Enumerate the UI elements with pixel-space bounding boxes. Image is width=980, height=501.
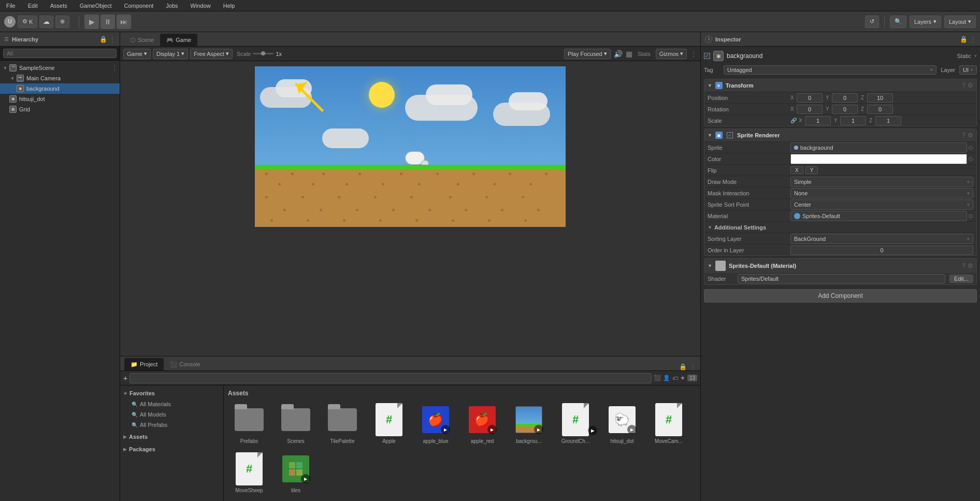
flip-y-button[interactable]: Y (805, 166, 818, 174)
add-button[interactable]: + (123, 374, 127, 382)
rotation-z-input[interactable] (867, 105, 893, 114)
menu-gameobject[interactable]: GameObject (78, 2, 114, 10)
layers-dropdown[interactable]: Layers ▾ (910, 16, 941, 28)
inspector-lock-icon[interactable]: 🔒 (960, 36, 968, 43)
asset-tiles[interactable]: ▶ tiles (275, 450, 317, 495)
cloud-button[interactable]: ☁ (39, 16, 53, 28)
menu-component[interactable]: Component (122, 2, 155, 10)
assets-header[interactable]: ▶ Assets (120, 431, 223, 442)
additional-settings-header[interactable]: ▼ Additional Settings (704, 221, 976, 233)
menu-assets[interactable]: Assets (48, 2, 69, 10)
favorites-child-materials[interactable]: 🔍 All Materials (120, 399, 223, 409)
sprite-renderer-help-icon[interactable]: ? (962, 132, 965, 139)
sprite-pick-icon[interactable]: ⊙ (968, 144, 973, 151)
sprite-renderer-enabled[interactable] (727, 132, 733, 138)
scale-x-input[interactable] (805, 116, 831, 125)
shader-edit-button[interactable]: Edit... (949, 275, 973, 283)
asset-apple[interactable]: # Apple (368, 401, 410, 446)
game-display-num-dropdown[interactable]: Display 1 ▾ (153, 49, 188, 59)
asset-tilepalette[interactable]: TilePalette (321, 401, 364, 446)
transform-settings-icon[interactable]: ⚙ (968, 82, 973, 89)
step-button[interactable]: ⏭ (117, 15, 131, 29)
scale-z-input[interactable] (875, 116, 901, 125)
mask-interaction-dropdown[interactable]: None ▾ (790, 188, 973, 198)
account-button[interactable]: ⚙ K (18, 16, 37, 28)
static-dropdown-arrow[interactable]: ▾ (974, 53, 977, 59)
hierarchy-menu-icon[interactable]: ⋮ (109, 36, 116, 43)
material-settings-icon[interactable]: ⚙ (968, 262, 973, 269)
bottom-lock-icon[interactable]: 🔒 (679, 363, 687, 370)
position-z-input[interactable] (867, 93, 893, 103)
color-pick-icon[interactable]: ⊙ (968, 155, 973, 163)
game-aspect-dropdown[interactable]: Free Aspect ▾ (190, 49, 233, 59)
play-button[interactable]: ▶ (84, 15, 99, 29)
menu-file[interactable]: File (4, 2, 18, 10)
asset-apple-blue[interactable]: 🍎 ▶ apple_blue (414, 401, 457, 446)
flip-x-button[interactable]: X (790, 166, 803, 174)
color-preview[interactable] (790, 154, 967, 164)
position-x-input[interactable] (797, 93, 823, 103)
layer-dropdown[interactable]: UI ▾ (959, 65, 977, 75)
inspector-menu-icon[interactable]: ⋮ (970, 36, 976, 43)
scale-lock-icon[interactable]: 🔗 (790, 118, 797, 123)
panel-icon-4[interactable]: ★ (680, 375, 685, 381)
hierarchy-item-maincamera[interactable]: ▼ 📷 Main Camera (0, 73, 120, 83)
transform-header[interactable]: ▼ ⊕ Transform ? ⚙ (704, 79, 976, 92)
asset-movecam[interactable]: # MoveCam... (647, 401, 690, 446)
hierarchy-item-samplescene[interactable]: ▼ 🎬 SampleScene ⋮ (0, 63, 120, 73)
sprite-renderer-header[interactable]: ▼ ▣ Sprite Renderer ? ⚙ (704, 129, 976, 141)
panel-icon-3[interactable]: 🏷 (672, 375, 678, 381)
sprite-ref[interactable]: backgraound (790, 142, 967, 153)
audio-icon[interactable]: 🔊 (614, 50, 623, 58)
tab-project[interactable]: 📁 Project (124, 358, 164, 370)
more-icon[interactable]: ⋮ (690, 50, 697, 58)
asset-movesheep[interactable]: # MoveSheep (228, 450, 270, 495)
project-search-input[interactable] (129, 373, 652, 383)
panel-icon-2[interactable]: 👤 (663, 375, 670, 381)
pause-button[interactable]: ⏸ (100, 15, 115, 29)
asset-prefabs[interactable]: Prefabs (228, 401, 270, 446)
game-display-dropdown[interactable]: Game ▾ (123, 49, 151, 59)
hierarchy-search-input[interactable] (3, 49, 117, 58)
favorites-child-models[interactable]: 🔍 All Models (120, 409, 223, 420)
layout-dropdown[interactable]: Layout ▾ (944, 16, 976, 28)
tab-game[interactable]: 🎮 Game (160, 34, 197, 46)
material-ref[interactable]: Sprites-Default (790, 211, 967, 221)
object-enabled-checkbox[interactable] (704, 53, 710, 59)
tag-dropdown[interactable]: Untagged ▾ (724, 65, 936, 75)
sprite-renderer-settings-icon[interactable]: ⚙ (968, 132, 973, 139)
hierarchy-item-backgraound[interactable]: ▣ backgraound (0, 83, 120, 94)
favorites-child-prefabs[interactable]: 🔍 All Prefabs (120, 420, 223, 430)
menu-jobs[interactable]: Jobs (164, 2, 180, 10)
search-button[interactable]: 🔍 (890, 16, 906, 28)
position-y-input[interactable] (832, 93, 858, 103)
asset-scenes[interactable]: Scenes (275, 401, 317, 446)
undo-button[interactable]: ↺ (865, 16, 879, 28)
stats-button[interactable]: Stats (636, 50, 653, 58)
gizmos-dropdown[interactable]: Gizmos ▾ (656, 49, 687, 59)
play-focused-dropdown[interactable]: Play Focused ▾ (564, 49, 611, 59)
hierarchy-item-grid[interactable]: ▦ Grid (0, 104, 120, 114)
rotation-y-input[interactable] (832, 105, 858, 114)
sorting-layer-dropdown[interactable]: BackGround ▾ (790, 234, 973, 244)
favorites-header[interactable]: ★ Favorites (120, 388, 223, 399)
hierarchy-item-hitsuji[interactable]: ▣ hitsuji_dot (0, 94, 120, 104)
panel-icon-1[interactable]: ⬛ (654, 375, 661, 381)
asset-apple-red[interactable]: 🍎 ▶ apple_red (461, 401, 503, 446)
add-component-button[interactable]: Add Component (704, 289, 977, 303)
material-pick-icon[interactable]: ⊙ (968, 212, 973, 220)
draw-mode-dropdown[interactable]: Simple ▾ (790, 177, 973, 187)
asset-hitsuji[interactable]: 🐑 ▶ hitsuji_dot (601, 401, 643, 446)
bottom-menu-icon[interactable]: ⋮ (690, 363, 696, 370)
asset-groundch[interactable]: # ▶ GroundCh... (554, 401, 597, 446)
order-in-layer-input[interactable] (790, 246, 973, 255)
collab-button[interactable]: ⊕ (55, 16, 69, 28)
scale-y-input[interactable] (840, 116, 866, 125)
tab-scene[interactable]: ⬡ Scene (124, 34, 160, 46)
hierarchy-menu-samplescene[interactable]: ⋮ (111, 64, 118, 71)
grid-icon[interactable]: ▦ (626, 50, 632, 58)
menu-edit[interactable]: Edit (26, 2, 40, 10)
packages-header[interactable]: ▶ Packages (120, 443, 223, 455)
sprite-sort-point-dropdown[interactable]: Center ▾ (790, 199, 973, 210)
menu-window[interactable]: Window (189, 2, 213, 10)
